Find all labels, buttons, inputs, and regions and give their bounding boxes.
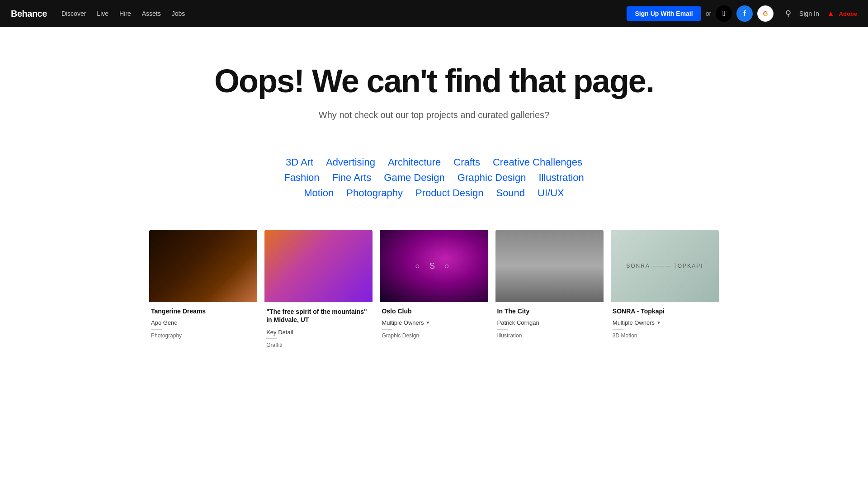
facebook-signin-button[interactable]: f [736,5,753,22]
tag-creative-challenges[interactable]: Creative Challenges [493,156,582,168]
project-title: Tangerine Dreams [151,308,255,315]
oslo-logo: ○ S ○ [415,261,453,271]
search-icon[interactable]: ⚲ [785,9,791,19]
nav-assets[interactable]: Assets [142,10,161,17]
apple-icon:  [722,9,725,18]
project-title: "The free spirit of the mountains" in Mi… [266,308,371,324]
project-card[interactable]: "The free spirit of the mountains" in Mi… [264,230,373,351]
google-icon: G [763,10,768,17]
behance-logo[interactable]: Behance [11,9,47,19]
dropdown-arrow-icon: ▼ [426,320,430,325]
navbar: Behance Discover Live Hire Assets Jobs S… [0,0,868,27]
tag-graphic-design[interactable]: Graphic Design [458,172,526,184]
tag-crafts[interactable]: Crafts [453,156,480,168]
tag-game-design[interactable]: Game Design [384,172,445,184]
projects-section: Tangerine Dreams Apo Genc Photography "T… [140,230,728,379]
project-title: Oslo Club [382,308,486,315]
tag-motion[interactable]: Motion [304,187,334,199]
adobe-label: Adobe [839,10,857,17]
project-author: Key Detail [266,329,371,336]
tags-row-1: 3D Art Advertising Architecture Crafts C… [240,156,628,168]
tag-illustration[interactable]: Illustration [538,172,584,184]
project-card[interactable]: In The City Patrick Corrigan Illustratio… [495,230,604,351]
nav-discover[interactable]: Discover [61,10,86,17]
divider [266,338,277,339]
signup-button[interactable]: Sign Up With Email [627,6,701,21]
facebook-icon: f [743,9,746,19]
project-category: Graphic Design [382,332,486,339]
signin-link[interactable]: Sign In [799,10,819,17]
tag-3d-art[interactable]: 3D Art [286,156,313,168]
divider [613,329,623,330]
project-card[interactable]: Tangerine Dreams Apo Genc Photography [149,230,257,351]
tag-ui-ux[interactable]: UI/UX [538,187,564,199]
project-thumbnail: ○ S ○ [380,230,488,302]
or-label: or [706,10,711,17]
project-info: "The free spirit of the mountains" in Mi… [264,302,373,351]
tag-advertising[interactable]: Advertising [326,156,375,168]
sonra-logo: SONRA ——— TOPKAPI [626,263,703,269]
tag-sound[interactable]: Sound [496,187,525,199]
project-author: Patrick Corrigan [497,319,602,326]
hero-section: Oops! We can't find that page. Why not c… [0,27,868,138]
project-category: 3D Motion [613,332,717,339]
tags-section: 3D Art Advertising Architecture Crafts C… [231,138,637,230]
tag-fashion[interactable]: Fashion [284,172,319,184]
project-author: Multiple Owners ▼ [382,319,486,326]
project-info: In The City Patrick Corrigan Illustratio… [495,302,604,342]
error-title: Oops! We can't find that page. [9,63,859,99]
project-card[interactable]: SONRA ——— TOPKAPI SONRA - Topkapi Multip… [611,230,719,351]
tags-row-3: Motion Photography Product Design Sound … [240,187,628,199]
nav-jobs[interactable]: Jobs [172,10,185,17]
nav-hire[interactable]: Hire [119,10,131,17]
tag-fine-arts[interactable]: Fine Arts [332,172,372,184]
dropdown-arrow-icon: ▼ [656,320,661,325]
navbar-right: Sign Up With Email or  f G ⚲ Sign In ▲ … [627,5,857,22]
project-category: Illustration [497,332,602,339]
project-thumbnail: SONRA ——— TOPKAPI [611,230,719,302]
divider [497,329,508,330]
project-card[interactable]: ○ S ○ Oslo Club Multiple Owners ▼ Graphi… [380,230,488,351]
project-thumbnail [495,230,604,302]
nav-links: Discover Live Hire Assets Jobs [61,9,613,18]
project-author: Multiple Owners ▼ [613,319,717,326]
project-info: Tangerine Dreams Apo Genc Photography [149,302,257,342]
google-signin-button[interactable]: G [757,5,774,22]
projects-grid: Tangerine Dreams Apo Genc Photography "T… [149,230,719,351]
error-subtitle: Why not check out our top projects and c… [9,110,859,120]
project-category: Photography [151,332,255,339]
tags-row-2: Fashion Fine Arts Game Design Graphic De… [240,172,628,184]
project-title: In The City [497,308,602,315]
tag-photography[interactable]: Photography [346,187,403,199]
tag-architecture[interactable]: Architecture [388,156,441,168]
project-title: SONRA - Topkapi [613,308,717,315]
project-info: Oslo Club Multiple Owners ▼ Graphic Desi… [380,302,488,342]
project-thumbnail [149,230,257,302]
divider [151,329,162,330]
project-thumbnail [264,230,373,302]
project-info: SONRA - Topkapi Multiple Owners ▼ 3D Mot… [611,302,719,342]
project-author: Apo Genc [151,319,255,326]
project-category: Graffiti [266,342,371,348]
adobe-icon: ▲ [827,9,835,18]
nav-live[interactable]: Live [97,10,108,17]
divider [382,329,392,330]
apple-signin-button[interactable]:  [716,5,732,22]
tag-product-design[interactable]: Product Design [415,187,483,199]
